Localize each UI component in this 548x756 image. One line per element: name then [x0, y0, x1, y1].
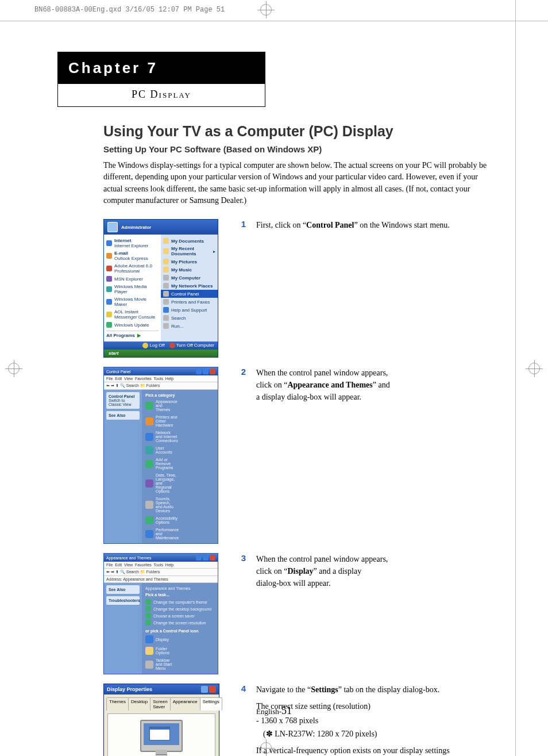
step-text: When the control panel window appears, c…	[256, 553, 463, 674]
window-title: Control Panel	[106, 370, 130, 374]
screenshot-appearance-themes: Appearance and Themes File Edit View Fav…	[103, 553, 218, 674]
cat-appearance[interactable]: Appearance and Themes	[145, 400, 177, 412]
close-icon[interactable]	[209, 686, 216, 693]
maximize-icon[interactable]	[203, 369, 209, 374]
printer-icon	[163, 299, 169, 305]
close-icon[interactable]	[210, 555, 215, 561]
start-item-printers[interactable]: Printers and Faxes	[163, 298, 215, 306]
icon-taskbar[interactable]: Taskbar and Start Menu	[145, 658, 177, 670]
cat-addremove[interactable]: Add or Remove Programs	[145, 458, 177, 470]
start-item-label: Windows Update	[114, 323, 149, 328]
start-item-mydocs[interactable]: My Documents	[163, 237, 215, 245]
start-item-recent[interactable]: My Recent Documents ▸	[163, 245, 215, 258]
start-item-control-panel[interactable]: Control Panel	[161, 290, 218, 298]
cat-datetime[interactable]: Date, Time, Language, and Regional Optio…	[145, 473, 177, 493]
start-item-email[interactable]: E-mailOutlook Express	[106, 250, 159, 262]
start-item-label: Run...	[171, 324, 183, 329]
start-item-label: E-mail	[114, 251, 128, 256]
logoff-label: Log Off	[150, 343, 165, 348]
start-item-label: My Computer	[171, 275, 200, 281]
screenshot-display-properties: Display Properties Themes Desktop Screen…	[103, 684, 219, 756]
minimize-icon[interactable]	[196, 369, 202, 374]
datetime-icon	[145, 479, 153, 488]
cat-label: Taskbar and Start Menu	[156, 658, 177, 670]
start-button[interactable]: start	[104, 350, 218, 357]
task-label: Change the desktop background	[153, 607, 211, 611]
start-item-internet[interactable]: InternetInternet Explorer	[106, 237, 159, 250]
switch-view-link[interactable]: Switch to Classic View	[109, 398, 132, 406]
start-item-msn[interactable]: MSN Explorer	[106, 275, 159, 283]
close-icon[interactable]	[210, 369, 215, 374]
maximize-icon[interactable]	[203, 555, 209, 561]
cat-label: Folder Options	[156, 647, 177, 655]
minimize-icon[interactable]	[196, 555, 202, 561]
task-row[interactable]: Change the screen resolution	[145, 620, 214, 625]
crop-mark-top	[260, 4, 272, 16]
start-item-label: Windows Movie Maker	[114, 297, 159, 307]
power-icon	[169, 343, 175, 348]
screenshot-start-menu: Administrator InternetInternet Explorer …	[103, 219, 218, 358]
start-item-network[interactable]: My Network Places	[163, 282, 215, 290]
cat-users[interactable]: User Accounts	[145, 446, 177, 454]
cat-accessibility[interactable]: Accessibility Options	[145, 516, 177, 524]
start-item-search[interactable]: Search	[163, 314, 215, 322]
cat-label: Accessibility Options	[156, 516, 177, 524]
start-item-wmp[interactable]: Windows Media Player	[106, 283, 159, 296]
icon-folder-options[interactable]: Folder Options	[145, 647, 177, 655]
cat-label: Appearance and Themes	[156, 400, 177, 412]
performance-icon	[145, 530, 153, 538]
start-item-pictures[interactable]: My Pictures	[163, 258, 215, 266]
cat-sounds[interactable]: Sounds, Speech, and Audio Devices	[145, 497, 177, 513]
start-item-label: Control Panel	[171, 291, 199, 297]
folder-icon	[163, 267, 169, 273]
start-item-acrobat[interactable]: Adobe Acrobat 6.0 Professional	[106, 262, 159, 275]
network-icon	[163, 283, 169, 289]
task-row[interactable]: Choose a screen saver	[145, 613, 214, 619]
folder-icon	[163, 238, 169, 244]
step-number: 2	[232, 367, 256, 544]
help-icon[interactable]	[201, 686, 208, 693]
chapter-title: Chapter 7	[58, 52, 265, 84]
cat-label: User Accounts	[156, 446, 177, 454]
start-item-music[interactable]: My Music	[163, 266, 215, 274]
control-panel-icon	[163, 291, 169, 297]
step-3: Appearance and Themes File Edit View Fav…	[103, 553, 500, 674]
step-text: First, click on “Control Panel” on the W…	[256, 219, 463, 358]
step-4: Display Properties Themes Desktop Screen…	[103, 684, 500, 756]
email-icon	[106, 253, 112, 259]
task-row[interactable]: Change the computer's theme	[145, 599, 214, 605]
see-also-header: See Also	[109, 413, 125, 417]
task-row[interactable]: Change the desktop background	[145, 606, 214, 612]
start-item-aim[interactable]: AOL Instant Messenger Console	[106, 308, 159, 321]
arrow-right-icon: ▶	[137, 333, 141, 338]
start-item-mycomputer[interactable]: My Computer	[163, 274, 215, 282]
all-programs[interactable]: All Programs ▶	[106, 331, 159, 339]
users-icon	[145, 446, 153, 454]
start-item-run[interactable]: Run...	[163, 322, 215, 330]
logoff-button[interactable]: Log Off	[142, 343, 164, 348]
window-title: Appearance and Themes	[106, 556, 151, 560]
icon-display[interactable]: Display	[145, 635, 177, 643]
start-item-winupdate[interactable]: Windows Update	[106, 321, 159, 329]
cat-printers[interactable]: Printers and Other Hardware	[145, 415, 177, 427]
cat-performance[interactable]: Performance and Maintenance	[145, 528, 177, 540]
turnoff-button[interactable]: Turn Off Computer	[169, 343, 214, 348]
start-item-moviemaker[interactable]: Windows Movie Maker	[106, 296, 159, 308]
appearance-icon	[145, 402, 153, 410]
folder-icon	[163, 248, 169, 254]
task-label: Choose a screen saver	[153, 614, 195, 618]
start-item-label: Search	[171, 316, 186, 321]
crop-mark-left	[8, 363, 20, 374]
step-text: Navigate to the “Settings” tab on the di…	[256, 684, 463, 756]
dialog-title: Display Properties	[107, 686, 152, 692]
taskbar-icon	[145, 661, 153, 669]
start-item-help[interactable]: Help and Support	[163, 306, 215, 314]
step-number: 1	[232, 219, 256, 358]
tab-settings[interactable]: Settings	[200, 697, 222, 711]
trim-line-top	[0, 21, 548, 21]
breadcrumb-link[interactable]: Appearance and Themes	[145, 586, 214, 590]
cat-network[interactable]: Network and Internet Connections	[145, 431, 177, 443]
print-header: BN68-00883A-00Eng.qxd 3/16/05 12:07 PM P…	[34, 6, 225, 14]
troubleshooters-header: Troubleshooters	[109, 598, 140, 603]
display-icon	[145, 635, 153, 643]
